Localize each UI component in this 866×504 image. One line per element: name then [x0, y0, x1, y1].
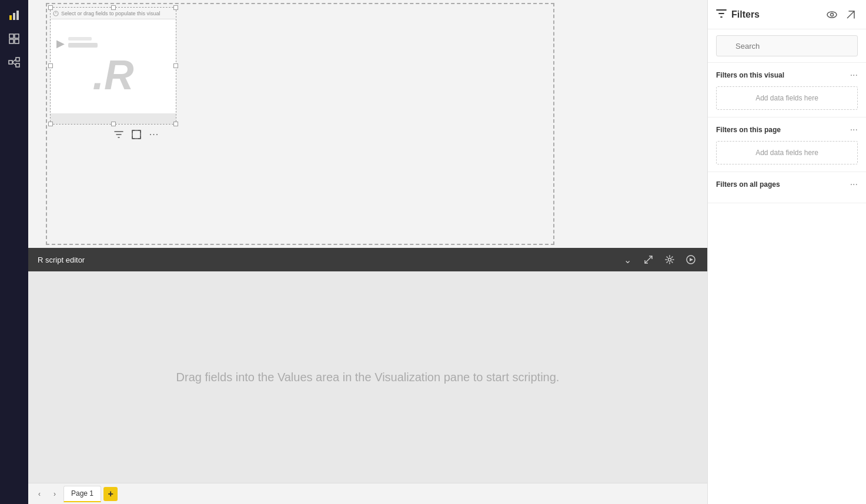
page-prev-button[interactable]: ‹	[33, 488, 46, 500]
filters-panel: Filters	[707, 0, 866, 504]
r-editor-header: R script editor ⌄	[28, 248, 707, 271]
svg-rect-9	[16, 63, 19, 67]
r-editor-body: Drag fields into the Values area in the …	[28, 271, 707, 483]
r-visual-widget[interactable]: Select or drag fields to populate this v…	[50, 7, 176, 125]
sidebar-icon-model[interactable]	[4, 52, 25, 73]
visual-more-button[interactable]: ···	[147, 127, 161, 142]
left-sidebar	[0, 0, 28, 504]
svg-rect-4	[15, 34, 19, 38]
svg-line-22	[847, 11, 854, 18]
visual-widget-body: ▶ .R	[51, 19, 176, 113]
filters-on-all-pages-more[interactable]: ···	[850, 179, 858, 190]
filters-header: Filters	[708, 0, 866, 29]
filters-on-all-pages-title: Filters on all pages	[716, 180, 850, 189]
svg-rect-2	[16, 11, 19, 20]
sidebar-icon-data[interactable]	[4, 28, 25, 49]
resize-handle-bl[interactable]	[48, 122, 53, 126]
svg-point-20	[827, 12, 837, 18]
r-editor-title: R script editor	[38, 256, 620, 264]
resize-handle-l[interactable]	[48, 63, 53, 68]
svg-rect-1	[13, 13, 15, 20]
filters-on-page-title: Filters on this page	[716, 126, 850, 134]
filters-on-visual-title: Filters on this visual	[716, 71, 850, 79]
filters-close-button[interactable]	[844, 8, 858, 22]
canvas-region: Select or drag fields to populate this v…	[46, 3, 554, 245]
filters-on-page-section: Filters on this page ··· Add data fields…	[708, 117, 866, 172]
filters-on-visual-section: Filters on this visual ··· Add data fiel…	[708, 63, 866, 117]
resize-handle-tl[interactable]	[48, 5, 53, 10]
page-next-button[interactable]: ›	[48, 488, 61, 500]
visual-toolbar: ···	[112, 127, 161, 142]
filters-on-page-header: Filters on this page ···	[716, 125, 858, 135]
filters-title: Filters	[731, 9, 825, 20]
r-editor-placeholder: Drag fields into the Values area in the …	[153, 371, 583, 384]
filters-header-actions	[825, 8, 858, 22]
r-letter-icon: .R	[93, 55, 134, 96]
visual-focus-button[interactable]	[129, 127, 143, 142]
resize-handle-t[interactable]	[111, 5, 116, 10]
r-editor-header-actions: ⌄	[620, 253, 698, 267]
filters-on-visual-add-field[interactable]: Add data fields here	[716, 86, 858, 110]
resize-handle-tr[interactable]	[173, 5, 178, 10]
filter-icon	[716, 8, 727, 21]
run-arrow-icon: ▶	[56, 37, 65, 50]
filters-on-all-pages-header: Filters on all pages ···	[716, 179, 858, 190]
svg-line-16	[645, 260, 648, 263]
r-script-editor: R script editor ⌄	[28, 248, 707, 483]
page-tab-1[interactable]: Page 1	[63, 486, 101, 502]
filters-on-page-more[interactable]: ···	[850, 125, 858, 135]
svg-rect-3	[9, 34, 14, 38]
canvas-area: Select or drag fields to populate this v…	[28, 0, 707, 248]
filters-on-visual-add-label: Add data fields here	[755, 94, 818, 102]
visual-placeholder-text: Select or drag fields to populate this v…	[61, 11, 161, 16]
filters-on-all-pages-section: Filters on all pages ···	[708, 172, 866, 203]
r-editor-run-button[interactable]	[684, 253, 698, 267]
svg-point-21	[831, 13, 834, 16]
sidebar-icon-report[interactable]	[4, 5, 25, 26]
resize-handle-r[interactable]	[173, 63, 178, 68]
search-input[interactable]	[716, 35, 858, 56]
filters-search-wrapper	[716, 35, 858, 56]
page-tabs: ‹ › Page 1 +	[28, 483, 707, 504]
filters-on-page-add-label: Add data fields here	[755, 149, 818, 157]
visual-filter-button[interactable]	[112, 127, 126, 142]
filters-search-container	[708, 29, 866, 63]
svg-line-15	[648, 256, 652, 260]
svg-point-17	[668, 258, 671, 261]
svg-rect-6	[15, 39, 19, 43]
r-editor-settings-button[interactable]	[663, 253, 677, 267]
svg-line-10	[12, 59, 16, 62]
filters-on-visual-more[interactable]: ···	[850, 70, 858, 80]
svg-rect-14	[132, 130, 141, 139]
svg-line-11	[12, 62, 16, 65]
r-editor-collapse-button[interactable]: ⌄	[620, 253, 634, 267]
run-line	[68, 43, 98, 48]
page-tab-1-label: Page 1	[71, 489, 93, 498]
filters-eye-button[interactable]	[825, 8, 839, 22]
svg-marker-19	[690, 258, 693, 261]
page-add-button[interactable]: +	[103, 487, 118, 501]
filters-on-page-add-field[interactable]: Add data fields here	[716, 141, 858, 164]
filters-on-visual-header: Filters on this visual ···	[716, 70, 858, 80]
svg-rect-5	[9, 39, 14, 43]
resize-handle-b[interactable]	[111, 122, 116, 126]
svg-rect-0	[9, 15, 12, 20]
svg-rect-7	[9, 61, 12, 64]
r-editor-expand-button[interactable]	[641, 253, 656, 267]
resize-handle-br[interactable]	[173, 122, 178, 126]
main-area: Select or drag fields to populate this v…	[28, 0, 707, 504]
svg-rect-8	[16, 58, 19, 61]
